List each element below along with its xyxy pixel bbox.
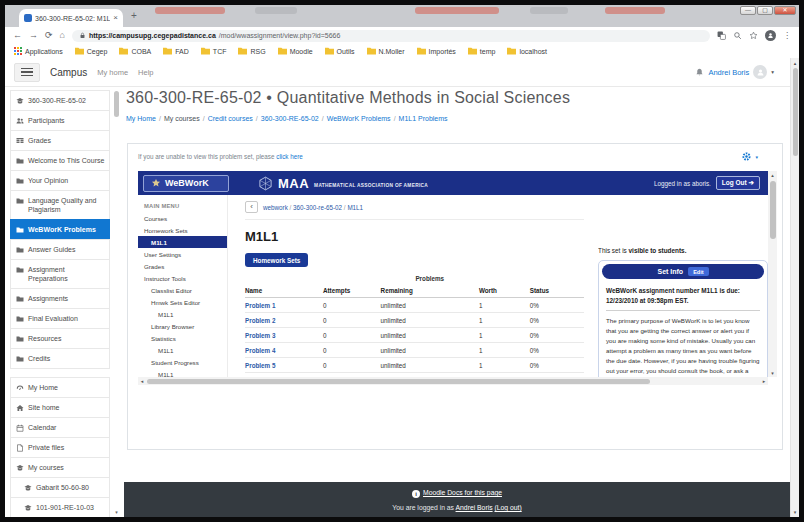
scroll-left-arrow-icon[interactable]: ◂ <box>138 377 146 385</box>
back-icon[interactable]: ← <box>13 31 22 40</box>
browser-tab[interactable]: 360-300-RE-65-02: M1L1 Problems × <box>19 9 123 27</box>
bookmark-coba[interactable]: COBA <box>119 47 151 55</box>
sidebar-item-participants[interactable]: Participants <box>10 110 110 131</box>
scroll-up-arrow-icon[interactable]: ▴ <box>791 59 799 67</box>
sidebar-item-site-home[interactable]: Site home <box>10 397 110 418</box>
scroll-down-arrow-icon[interactable]: ▾ <box>768 369 777 377</box>
webwork-menu-hmwk-sets-editor[interactable]: Hmwk Sets Editor <box>138 296 227 308</box>
sidebar-item-assignment-preparations[interactable]: Assignment Preparations <box>10 259 110 289</box>
bell-icon[interactable] <box>695 68 704 77</box>
breadcrumb-webwork-problems[interactable]: WeBWorK Problems <box>327 115 391 122</box>
sidebar-item-101-901-re-10-03[interactable]: 101-901-RE-10-03 <box>10 497 110 517</box>
new-tab-button[interactable]: + <box>131 10 137 21</box>
webwork-menu-instructor-tools[interactable]: Instructor Tools <box>138 272 227 284</box>
webwork-breadcrumb-360-300-re-65-02[interactable]: 360-300-re-65-02 <box>293 204 342 211</box>
settings-menu[interactable]: ▾ <box>741 151 758 162</box>
sidebar-scrollbar[interactable]: ▾ <box>113 90 120 517</box>
home-icon[interactable]: ⌂ <box>60 31 65 40</box>
sidebar-item-credits[interactable]: Credits <box>10 348 110 369</box>
webwork-logo[interactable]: WeBWorK <box>143 175 229 192</box>
minimize-button[interactable]: — <box>740 6 756 15</box>
sidebar-item-calendar[interactable]: Calendar <box>10 417 110 438</box>
tab-close-icon[interactable]: × <box>113 14 118 22</box>
homework-sets-button[interactable]: Homework Sets <box>245 253 308 267</box>
logout-button[interactable]: Log Out ➔ <box>716 176 760 190</box>
breadcrumb-credit-courses[interactable]: Credit courses <box>208 115 253 122</box>
problem-link[interactable]: Problem 1 <box>245 298 323 313</box>
webwork-breadcrumb-webwork[interactable]: webwork <box>263 204 288 211</box>
breadcrumb-360-300-re-65-02[interactable]: 360-300-RE-65-02 <box>261 115 319 122</box>
maximize-button[interactable]: ▢ <box>757 6 773 15</box>
sidebar-item-welcome-to-this-course[interactable]: Welcome to This Course <box>10 150 110 171</box>
bookmark-n-moller[interactable]: N.Moller <box>367 47 405 55</box>
webwork-menu-library-browser[interactable]: Library Browser <box>138 320 227 332</box>
footer-logout-link[interactable]: (Log out) <box>494 504 521 511</box>
webwork-menu-m1l1[interactable]: M1L1 <box>138 368 227 377</box>
moodle-docs-link[interactable]: Moodle Docs for this page <box>423 489 502 496</box>
scrollbar-thumb[interactable] <box>114 91 119 117</box>
user-name-link[interactable]: Andrei Boris <box>708 68 749 77</box>
footer-user-link[interactable]: Andrei Boris <box>456 504 493 511</box>
site-brand[interactable]: Campus <box>50 67 87 78</box>
sidebar-item-assignments[interactable]: Assignments <box>10 288 110 309</box>
webwork-menu-courses[interactable]: Courses <box>138 212 227 224</box>
problem-link[interactable]: Problem 2 <box>245 313 323 328</box>
webwork-menu-m1l1[interactable]: M1L1 <box>138 236 227 248</box>
close-button[interactable]: ✕ <box>774 6 796 15</box>
sidebar-item-resources[interactable]: Resources <box>10 328 110 349</box>
sidebar-item-my-courses[interactable]: My courses <box>10 457 110 478</box>
sidebar-item-private-files[interactable]: Private files <box>10 437 110 458</box>
user-menu[interactable]: Andrei Boris ▾ <box>695 65 790 79</box>
problem-link[interactable]: Problem 4 <box>245 343 323 358</box>
sidebar-item-gabarit-50-60-80[interactable]: Gabarit 50-60-80 <box>10 477 110 498</box>
breadcrumb-m1l1-problems[interactable]: M1L1 Problems <box>399 115 448 122</box>
edit-button[interactable]: Edit <box>688 267 708 276</box>
bookmark-cegep[interactable]: Cegep <box>75 47 108 55</box>
webwork-vertical-scrollbar[interactable]: ▴ ▾ <box>768 171 777 377</box>
webwork-horizontal-scrollbar[interactable]: ◂ ▸ <box>138 377 768 385</box>
sidebar-item-my-home[interactable]: My Home <box>10 377 110 398</box>
sidebar-item-your-opinion[interactable]: Your Opinion <box>10 170 110 191</box>
scrollbar-thumb[interactable] <box>147 379 650 384</box>
sidebar-item-webwork-problems[interactable]: WeBWorK Problems <box>10 219 110 240</box>
bookmark-temp[interactable]: temp <box>468 47 496 55</box>
webwork-menu-m1l1[interactable]: M1L1 <box>138 308 227 320</box>
bookmark-import-s[interactable]: Importés <box>417 47 456 55</box>
scrollbar-thumb[interactable] <box>793 68 798 156</box>
scroll-right-arrow-icon[interactable]: ▸ <box>760 377 768 385</box>
scroll-down-arrow-icon[interactable]: ▾ <box>791 508 799 516</box>
page-scrollbar[interactable]: ▴ ▾ <box>790 58 799 517</box>
search-icon[interactable] <box>733 31 742 40</box>
avatar[interactable] <box>753 65 767 79</box>
webwork-menu-m1l1[interactable]: M1L1 <box>138 344 227 356</box>
webwork-menu-grades[interactable]: Grades <box>138 260 227 272</box>
sidebar-item-grades[interactable]: Grades <box>10 130 110 151</box>
nav-my-home-link[interactable]: My home <box>97 68 128 77</box>
bookmark-outils[interactable]: Outils <box>325 47 355 55</box>
bookmark-fad[interactable]: FAD <box>163 47 189 55</box>
webwork-breadcrumb-m1l1[interactable]: M1L1 <box>347 204 363 211</box>
bookmark-tcf[interactable]: TCF <box>201 47 227 55</box>
bookmark-moodle[interactable]: Moodle <box>278 47 313 55</box>
menu-toggle-button[interactable] <box>14 63 40 82</box>
bookmark-localhost[interactable]: localhost <box>507 47 547 55</box>
nav-help-link[interactable]: Help <box>138 68 153 77</box>
sidebar-item-language-quality-and-plagiarism[interactable]: Language Quality and Plagiarism <box>10 190 110 220</box>
forward-icon[interactable]: → <box>29 31 38 40</box>
problem-link[interactable]: Problem 3 <box>245 328 323 343</box>
sidebar-item-final-evaluation[interactable]: Final Evaluation <box>10 308 110 329</box>
webwork-menu-classlist-editor[interactable]: Classlist Editor <box>138 284 227 296</box>
reload-icon[interactable]: ⟳ <box>45 31 53 40</box>
scroll-up-arrow-icon[interactable]: ▴ <box>768 171 777 179</box>
webwork-menu-homework-sets[interactable]: Homework Sets <box>138 224 227 236</box>
bookmark-applications[interactable]: Applications <box>14 47 63 55</box>
gear-icon[interactable] <box>741 151 752 162</box>
breadcrumb-my-home[interactable]: My Home <box>126 115 156 122</box>
scrollbar-thumb[interactable] <box>770 181 776 239</box>
bookmark-star-icon[interactable] <box>749 31 758 40</box>
bookmark-rsg[interactable]: RSG <box>238 47 265 55</box>
webwork-menu-user-settings[interactable]: User Settings <box>138 248 227 260</box>
webwork-back-button[interactable]: ‹ <box>245 201 258 213</box>
webwork-menu-student-progress[interactable]: Student Progress <box>138 356 227 368</box>
browser-menu-icon[interactable]: ⋮ <box>783 31 791 40</box>
